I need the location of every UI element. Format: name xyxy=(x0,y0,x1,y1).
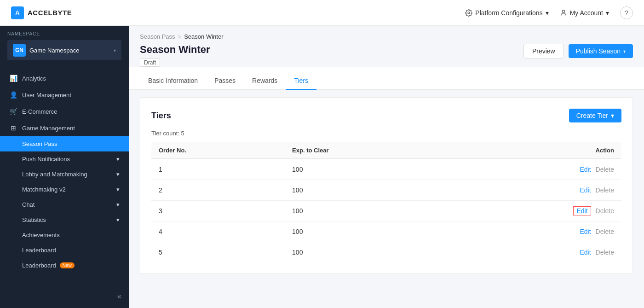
tier-exp-to-clear: 100 xyxy=(285,180,447,201)
tab-rewards[interactable]: Rewards xyxy=(244,72,286,90)
sidebar-item-statistics[interactable]: Statistics ▾ xyxy=(0,212,129,227)
breadcrumb-separator: > xyxy=(178,33,182,40)
table-row: 3100EditDelete xyxy=(151,201,621,221)
my-account-btn[interactable]: My Account ▾ xyxy=(560,9,609,17)
delete-button[interactable]: Delete xyxy=(596,186,614,194)
edit-button[interactable]: Edit xyxy=(580,228,591,235)
tier-action-cell: EditDelete xyxy=(447,159,621,180)
lobby-matchmaking-chevron: ▾ xyxy=(116,171,120,178)
sidebar-item-push-notifications[interactable]: Push Notifications ▾ xyxy=(0,151,129,167)
table-row: 1100EditDelete xyxy=(151,159,621,180)
edit-button[interactable]: Edit xyxy=(580,166,591,173)
namespace-chevron: ▾ xyxy=(114,48,116,53)
breadcrumb-current: Season Winter xyxy=(184,33,223,40)
game-management-icon: ⊞ xyxy=(9,124,17,132)
tier-order-no: 5 xyxy=(151,242,285,263)
leaderboard2-badge: New xyxy=(60,262,75,268)
namespace-label: NAMESPACE xyxy=(7,31,121,36)
sidebar-item-user-management[interactable]: 👤 User Management xyxy=(0,87,129,103)
sidebar-nav: 📊 Analytics 👤 User Management 🛒 E-Commer… xyxy=(0,66,129,277)
user-management-icon: 👤 xyxy=(9,91,17,99)
sidebar-item-ecommerce[interactable]: 🛒 E-Commerce xyxy=(0,103,129,120)
leaderboard-label: Leaderboard xyxy=(22,247,56,254)
edit-button[interactable]: Edit xyxy=(580,186,591,194)
push-notifications-chevron: ▾ xyxy=(116,156,120,163)
tier-exp-to-clear: 100 xyxy=(285,201,447,221)
svg-point-1 xyxy=(562,10,564,12)
gear-icon xyxy=(465,9,472,17)
logo-text: ACCELBYTE xyxy=(28,9,72,17)
sidebar-item-leaderboard2[interactable]: Leaderboard New xyxy=(0,258,129,273)
sidebar-item-game-management[interactable]: ⊞ Game Management xyxy=(0,120,129,136)
my-account-label: My Account xyxy=(570,9,603,17)
sidebar-item-leaderboard[interactable]: Leaderboard xyxy=(0,243,129,258)
sidebar-item-chat[interactable]: Chat ▾ xyxy=(0,197,129,212)
tab-tiers[interactable]: Tiers xyxy=(286,72,316,90)
create-tier-button[interactable]: Create Tier ▾ xyxy=(569,109,621,122)
sidebar-item-label: Analytics xyxy=(22,75,46,82)
col-header-order: Order No. xyxy=(151,142,285,159)
page-title: Season Winter xyxy=(140,44,210,56)
lobby-matchmaking-label: Lobby and Matchmaking xyxy=(22,171,87,178)
publish-chevron: ▾ xyxy=(623,49,626,54)
platform-config-chevron: ▾ xyxy=(546,9,549,17)
status-badge: Draft xyxy=(140,58,160,67)
namespace-badge: GN xyxy=(13,44,26,57)
page-title-area: Season Winter Draft xyxy=(140,44,210,67)
breadcrumb: Season Pass > Season Winter xyxy=(129,26,644,40)
main-layout: NAMESPACE GN Game Namespace ▾ 📊 Analytic… xyxy=(0,26,644,308)
tier-count: Tier count: 5 xyxy=(151,130,621,137)
sidebar-item-matchmaking-v2[interactable]: Matchmaking v2 ▾ xyxy=(0,182,129,197)
tier-order-no: 2 xyxy=(151,180,285,201)
card-header: Tiers Create Tier ▾ xyxy=(151,109,621,122)
sidebar: NAMESPACE GN Game Namespace ▾ 📊 Analytic… xyxy=(0,26,129,308)
publish-button[interactable]: Publish Season ▾ xyxy=(569,44,633,58)
matchmaking-v2-chevron: ▾ xyxy=(116,186,120,193)
namespace-selector[interactable]: GN Game Namespace ▾ xyxy=(7,40,121,60)
sidebar-item-season-pass[interactable]: Season Pass xyxy=(0,136,129,151)
delete-button[interactable]: Delete xyxy=(596,207,614,215)
top-nav-right: Platform Configurations ▾ My Account ▾ ? xyxy=(465,6,633,19)
sidebar-item-label: E-Commerce xyxy=(22,108,58,115)
page-actions: Preview Publish Season ▾ xyxy=(523,44,633,58)
sidebar-collapse-btn[interactable]: « xyxy=(117,292,121,301)
leaderboard2-label: Leaderboard xyxy=(22,262,56,269)
tabs-bar: Basic Information Passes Rewards Tiers xyxy=(129,67,644,90)
edit-button[interactable]: Edit xyxy=(580,249,591,256)
my-account-chevron: ▾ xyxy=(606,9,609,17)
achievements-label: Achievements xyxy=(22,232,60,238)
col-header-action: Action xyxy=(447,142,621,159)
edit-button[interactable]: Edit xyxy=(573,206,591,215)
season-pass-label: Season Pass xyxy=(22,140,58,147)
tier-exp-to-clear: 100 xyxy=(285,221,447,242)
logo-icon: A xyxy=(11,6,24,19)
platform-config-label: Platform Configurations xyxy=(475,9,542,17)
tier-exp-to-clear: 100 xyxy=(285,242,447,263)
ecommerce-icon: 🛒 xyxy=(9,108,17,115)
chat-chevron: ▾ xyxy=(116,201,120,208)
delete-button[interactable]: Delete xyxy=(596,249,614,256)
platform-config-btn[interactable]: Platform Configurations ▾ xyxy=(465,9,548,17)
tier-exp-to-clear: 100 xyxy=(285,159,447,180)
tier-order-no: 1 xyxy=(151,159,285,180)
tier-action-cell: EditDelete xyxy=(447,221,621,242)
table-row: 4100EditDelete xyxy=(151,221,621,242)
tier-order-no: 4 xyxy=(151,221,285,242)
help-button[interactable]: ? xyxy=(620,6,633,19)
tier-action-cell: EditDelete xyxy=(447,180,621,201)
tab-basic-info[interactable]: Basic Information xyxy=(140,72,206,90)
logo-area: A ACCELBYTE xyxy=(11,6,72,19)
sidebar-item-label: Game Management xyxy=(22,125,75,132)
namespace-name: Game Namespace xyxy=(29,47,110,54)
delete-button[interactable]: Delete xyxy=(596,228,614,235)
chat-label: Chat xyxy=(22,201,34,208)
sidebar-item-lobby-matchmaking[interactable]: Lobby and Matchmaking ▾ xyxy=(0,167,129,182)
tab-passes[interactable]: Passes xyxy=(206,72,244,90)
tiers-title: Tiers xyxy=(151,111,171,121)
analytics-icon: 📊 xyxy=(9,75,17,82)
breadcrumb-parent[interactable]: Season Pass xyxy=(140,33,175,40)
delete-button[interactable]: Delete xyxy=(596,166,614,173)
preview-button[interactable]: Preview xyxy=(523,44,564,58)
sidebar-item-analytics[interactable]: 📊 Analytics xyxy=(0,70,129,87)
sidebar-item-achievements[interactable]: Achievements xyxy=(0,227,129,243)
